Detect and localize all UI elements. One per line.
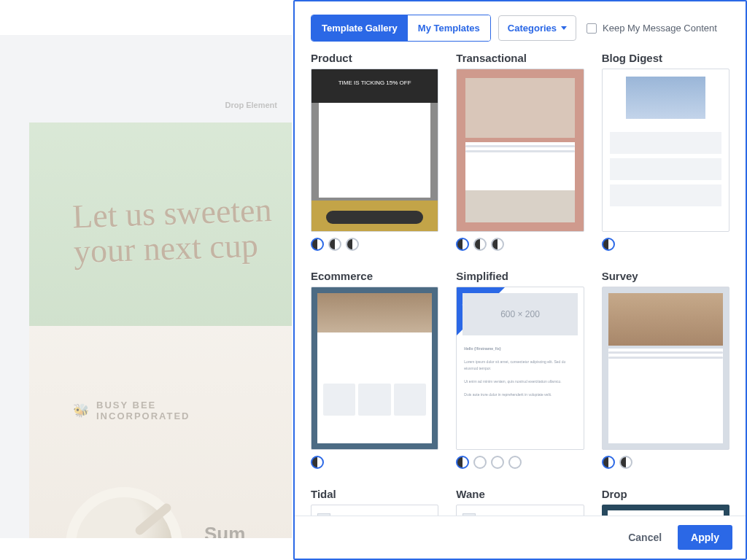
template-cell-drop: Drop▲YOUR LOGO <box>602 488 729 516</box>
template-thumbnail[interactable]: ▲YOUR LOGOHi {!firstname_fix}, <box>311 505 438 516</box>
template-cell-surv: Survey <box>602 270 729 469</box>
chevron-down-icon <box>561 26 567 30</box>
hero-text: Let us sweeten your next cup <box>71 192 292 270</box>
dialog-toolbar: Template Gallery My Templates Categories… <box>295 1 746 52</box>
brand-line-1: BUSY BEE <box>96 400 190 411</box>
keep-content-toggle[interactable]: Keep My Message Content <box>587 23 717 34</box>
template-thumbnail[interactable]: NEW600 × 200Hello {!firstname_fix}Lorem … <box>456 287 584 450</box>
template-cell-tidal: Tidal▲YOUR LOGOHi {!firstname_fix}, <box>311 488 438 516</box>
section-subhead: Sum <box>204 523 245 538</box>
keep-content-label: Keep My Message Content <box>603 23 717 34</box>
drop-element-label: Drop Element <box>0 101 292 109</box>
template-grid-scroll[interactable]: ProductTIME IS TICKING 15% OFFTransactio… <box>295 52 746 516</box>
color-swatch[interactable] <box>346 238 359 251</box>
template-title: Drop <box>602 488 729 500</box>
template-thumbnail[interactable]: TIME IS TICKING 15% OFF <box>311 69 438 232</box>
apply-button[interactable]: Apply <box>678 525 732 550</box>
template-cell-product: ProductTIME IS TICKING 15% OFF <box>311 52 438 251</box>
template-gallery-dialog: Template Gallery My Templates Categories… <box>293 0 747 560</box>
color-swatch[interactable] <box>602 238 615 251</box>
checkbox-icon <box>587 23 597 34</box>
image-placeholder: 600 × 200 <box>462 293 577 335</box>
color-swatch[interactable] <box>311 456 324 469</box>
template-title: Tidal <box>311 488 438 500</box>
color-swatches <box>311 238 438 251</box>
color-swatch[interactable] <box>456 456 469 469</box>
template-title: Survey <box>602 270 729 282</box>
color-swatch[interactable] <box>508 456 522 469</box>
promo-banner: TIME IS TICKING 15% OFF <box>311 69 438 103</box>
template-cell-blog: Blog Digest <box>602 52 729 251</box>
template-title: Transactional <box>456 52 584 64</box>
image-icon: ▲ <box>317 513 330 516</box>
color-swatch[interactable] <box>328 238 341 251</box>
color-swatch[interactable] <box>311 238 324 251</box>
body-copy <box>608 349 723 443</box>
brand-line-2: INCORPORATED <box>96 411 190 421</box>
product-grid <box>319 103 430 198</box>
gallery-tab-group: Template Gallery My Templates <box>311 15 491 42</box>
color-swatches <box>602 456 729 469</box>
image-icon: ▲ <box>462 513 476 516</box>
product-row <box>323 384 426 416</box>
dialog-footer: Cancel Apply <box>295 516 746 559</box>
template-thumbnail[interactable] <box>602 287 729 450</box>
template-title: Product <box>311 52 438 64</box>
template-cell-wane: Wane▲YOUR LOGO <box>456 488 584 516</box>
template-thumbnail[interactable]: ▲YOUR LOGO <box>456 505 584 516</box>
post-row <box>610 158 721 180</box>
color-swatches <box>602 238 729 251</box>
tab-my-templates[interactable]: My Templates <box>408 15 490 41</box>
color-swatches <box>456 456 584 469</box>
color-swatch[interactable] <box>473 238 487 251</box>
footer-columns <box>465 190 574 222</box>
hero-image <box>465 78 574 138</box>
hero-image <box>608 293 723 346</box>
post-row <box>610 132 721 154</box>
color-swatch[interactable] <box>602 456 615 469</box>
template-thumbnail[interactable]: ▲YOUR LOGO <box>602 505 729 516</box>
template-thumbnail[interactable] <box>456 69 584 232</box>
bee-icon <box>73 402 90 419</box>
footer-bar <box>311 201 438 231</box>
hero-image <box>626 77 705 119</box>
categories-label: Categories <box>508 23 557 34</box>
color-swatch[interactable] <box>491 456 504 469</box>
template-grid: ProductTIME IS TICKING 15% OFFTransactio… <box>311 52 729 516</box>
brand-block: BUSY BEE INCORPORATED <box>73 400 190 421</box>
color-swatches <box>311 456 438 469</box>
template-thumbnail[interactable] <box>311 287 438 450</box>
color-swatches <box>456 238 584 251</box>
template-cell-ecom: Ecommerce <box>311 270 438 469</box>
categories-dropdown[interactable]: Categories <box>498 15 576 41</box>
card <box>317 293 432 443</box>
post-row <box>610 184 721 206</box>
logo-row: ▲YOUR LOGO <box>317 511 432 516</box>
color-swatch[interactable] <box>619 456 632 469</box>
template-title: Ecommerce <box>311 270 438 282</box>
logo-row: ▲YOUR LOGO <box>462 511 577 516</box>
template-title: Wane <box>456 488 584 500</box>
template-cell-simp: SimplifiedNEW600 × 200Hello {!firstname_… <box>456 270 584 469</box>
hero-image <box>317 293 432 332</box>
color-swatch[interactable] <box>456 238 469 251</box>
tab-template-gallery[interactable]: Template Gallery <box>311 15 408 41</box>
color-swatch[interactable] <box>491 238 504 251</box>
background-editor: Drop Element Let us sweeten your next cu… <box>0 35 292 538</box>
color-swatch[interactable] <box>473 456 487 469</box>
template-title: Blog Digest <box>602 52 729 64</box>
template-thumbnail[interactable] <box>602 69 729 232</box>
template-title: Simplified <box>456 270 584 282</box>
cancel-button[interactable]: Cancel <box>621 525 669 550</box>
template-cell-trans: Transactional <box>456 52 584 251</box>
hero-area: Let us sweeten your next cup BUSY BEE IN… <box>29 122 292 538</box>
body-copy: Hello {!firstname_fix}Lorem ipsum dolor … <box>464 346 576 398</box>
